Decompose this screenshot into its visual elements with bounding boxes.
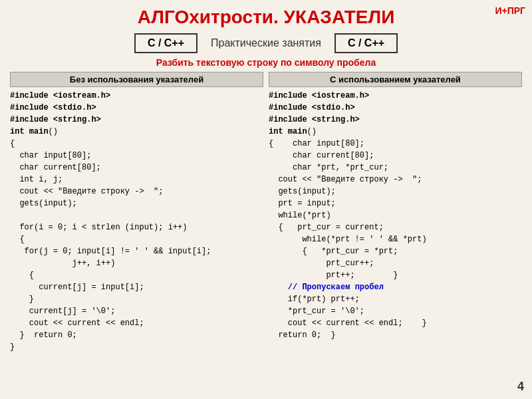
subtitle: Практические занятия: [211, 37, 321, 49]
left-col-header: Без использования указателей: [10, 72, 263, 87]
header-row: C / C++ Практические занятия C / C++: [10, 33, 522, 53]
top-right-label: И+ПРГ: [495, 5, 525, 16]
right-column: С использованием указателей #include <io…: [269, 72, 522, 353]
task-line: Разбить текстовую строку по символу проб…: [10, 57, 522, 68]
right-code: #include <iostream.h> #include <stdio.h>…: [269, 90, 522, 341]
left-code: #include <iostream.h> #include <stdio.h>…: [10, 90, 263, 353]
page-title: АЛГОхитрости. УКАЗАТЕЛИ: [10, 7, 522, 28]
page: И+ПРГ АЛГОхитрости. УКАЗАТЕЛИ C / C++ Пр…: [0, 0, 532, 399]
left-column: Без использования указателей #include <i…: [10, 72, 263, 353]
right-col-header: С использованием указателей: [269, 72, 522, 87]
page-number: 4: [517, 380, 524, 394]
badge-left: C / C++: [134, 33, 198, 53]
badge-right: C / C++: [334, 33, 398, 53]
columns-row: Без использования указателей #include <i…: [10, 72, 522, 353]
